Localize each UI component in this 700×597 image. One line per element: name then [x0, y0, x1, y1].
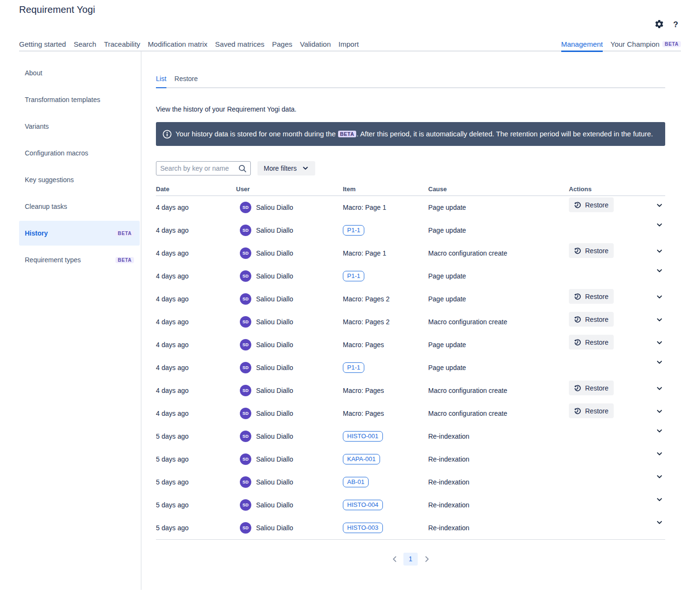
main-nav: Getting startedSearchTraceabilityModific…: [19, 40, 681, 51]
row-expand-button[interactable]: [654, 200, 665, 211]
restore-label: Restore: [585, 339, 608, 346]
row-item: AB-01: [343, 477, 428, 487]
row-expand-button[interactable]: [654, 383, 665, 394]
row-expand-button[interactable]: [654, 425, 665, 437]
row-expand-button[interactable]: [654, 265, 665, 277]
sidebar-item-history[interactable]: HistoryBETA: [19, 221, 140, 246]
row-expand-button[interactable]: [654, 314, 665, 326]
row-expand-button[interactable]: [654, 448, 665, 460]
chevron-down-icon: [657, 498, 662, 502]
sidebar-item-key-suggestions[interactable]: Key suggestions: [19, 167, 140, 192]
pagination-prev-button[interactable]: [391, 555, 398, 563]
tab-bar: ListRestore: [156, 75, 665, 88]
chevron-down-icon: [657, 269, 662, 273]
restore-icon: [574, 407, 582, 415]
nav-item-management[interactable]: Management: [561, 40, 603, 48]
user-name: Saliou Diallo: [256, 341, 293, 349]
sidebar-item-about[interactable]: About: [19, 61, 140, 85]
row-date: 4 days ago: [156, 364, 236, 371]
requirement-key-link[interactable]: KAPA-001: [343, 454, 380, 464]
restore-button[interactable]: Restore: [569, 381, 614, 395]
avatar: SD: [240, 522, 251, 534]
tab-list[interactable]: List: [156, 75, 166, 87]
nav-item-traceability[interactable]: Traceability: [104, 40, 140, 48]
restore-label: Restore: [585, 384, 608, 392]
beta-badge: BETA: [115, 257, 134, 263]
row-cause: Macro configuration create: [428, 249, 569, 257]
search-input[interactable]: [160, 165, 238, 172]
more-filters-button[interactable]: More filters: [257, 161, 315, 175]
row-expand-button[interactable]: [654, 406, 665, 417]
row-expand: [654, 225, 665, 236]
requirement-key-link[interactable]: P1-1: [343, 271, 364, 281]
settings-button[interactable]: [654, 20, 664, 30]
requirement-key-link[interactable]: P1-1: [343, 362, 364, 373]
restore-icon: [574, 315, 582, 323]
row-cause: Re-indexation: [428, 432, 569, 440]
help-button[interactable]: ?: [670, 20, 681, 30]
chevron-left-icon: [392, 556, 397, 562]
sidebar-item-variants[interactable]: Variants: [19, 114, 140, 139]
chevron-down-icon: [657, 249, 662, 253]
nav-item-pages[interactable]: Pages: [272, 40, 292, 48]
row-expand: [654, 499, 665, 511]
sidebar-item-configuration-macros[interactable]: Configuration macros: [19, 141, 140, 165]
table-row: 4 days agoSDSaliou DialloMacro: Page 1Ma…: [156, 242, 665, 265]
nav-item-saved-matrices[interactable]: Saved matrices: [215, 40, 264, 48]
requirement-key-link[interactable]: HISTO-004: [343, 500, 383, 510]
requirement-key-link[interactable]: P1-1: [343, 225, 364, 236]
chevron-down-icon: [657, 223, 662, 227]
nav-item-modification-matrix[interactable]: Modification matrix: [148, 40, 207, 48]
sidebar-item-transformation-templates[interactable]: Transformation templates: [19, 87, 140, 112]
requirement-key-link[interactable]: HISTO-003: [343, 523, 383, 533]
requirement-key-link[interactable]: AB-01: [343, 477, 369, 487]
user-name: Saliou Diallo: [256, 249, 293, 257]
sidebar-item-label: Cleanup tasks: [25, 203, 67, 210]
banner-text-after: . After this period, it is automatically…: [357, 130, 653, 138]
requirement-key-link[interactable]: HISTO-001: [343, 431, 383, 442]
restore-button[interactable]: Restore: [569, 312, 614, 327]
tab-restore[interactable]: Restore: [175, 75, 198, 87]
pagination-page-1[interactable]: 1: [403, 553, 418, 566]
nav-item-import[interactable]: Import: [339, 40, 359, 48]
row-expand-button[interactable]: [654, 517, 665, 528]
restore-button[interactable]: Restore: [569, 197, 614, 212]
row-user: SDSaliou Diallo: [236, 247, 343, 259]
row-actions: Restore: [569, 291, 654, 306]
row-item: Macro: Pages: [343, 410, 428, 417]
row-item: Macro: Pages 2: [343, 295, 428, 303]
restore-button[interactable]: Restore: [569, 243, 614, 258]
user-name: Saliou Diallo: [256, 410, 293, 417]
user-name: Saliou Diallo: [256, 501, 293, 509]
row-expand-button[interactable]: [654, 471, 665, 483]
sidebar-item-cleanup-tasks[interactable]: Cleanup tasks: [19, 194, 140, 219]
restore-button[interactable]: Restore: [569, 403, 614, 418]
sidebar-item-label: Configuration macros: [25, 149, 88, 157]
row-expand: [654, 522, 665, 534]
nav-item-your-champion[interactable]: Your ChampionBETA: [610, 40, 681, 48]
row-user: SDSaliou Diallo: [236, 339, 343, 350]
user-name: Saliou Diallo: [256, 226, 293, 234]
table-row: 4 days agoSDSaliou DialloMacro: Page 1Pa…: [156, 196, 665, 219]
row-cause: Page update: [428, 204, 569, 211]
nav-item-getting-started[interactable]: Getting started: [19, 40, 66, 48]
row-expand-button[interactable]: [654, 494, 665, 505]
row-cause: Page update: [428, 272, 569, 280]
row-expand-button[interactable]: [654, 246, 665, 257]
row-date: 4 days ago: [156, 272, 236, 280]
restore-label: Restore: [585, 247, 608, 255]
page-title: Requirement Yogi: [19, 4, 95, 15]
column-header-user: User: [236, 185, 343, 193]
restore-button[interactable]: Restore: [569, 289, 614, 304]
chevron-down-icon: [657, 295, 662, 299]
row-expand-button[interactable]: [654, 357, 665, 368]
table-row: 4 days agoSDSaliou DialloP1-1Page update: [156, 356, 665, 379]
pagination-next-button[interactable]: [423, 555, 431, 563]
nav-item-search[interactable]: Search: [73, 40, 96, 48]
row-expand-button[interactable]: [654, 219, 665, 231]
sidebar-item-requirement-types[interactable]: Requirement typesBETA: [19, 247, 140, 272]
row-expand-button[interactable]: [654, 337, 665, 349]
nav-item-validation[interactable]: Validation: [300, 40, 331, 48]
restore-button[interactable]: Restore: [569, 335, 614, 350]
row-expand-button[interactable]: [654, 291, 665, 303]
